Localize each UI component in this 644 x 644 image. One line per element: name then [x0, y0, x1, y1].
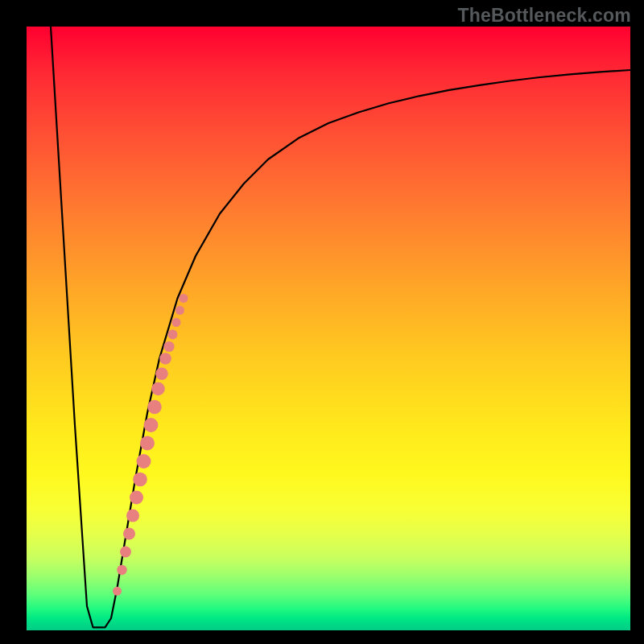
sample-dot [117, 565, 126, 575]
sample-dot [144, 418, 159, 432]
sample-dot [140, 436, 155, 451]
sample-dot [151, 382, 165, 396]
sample-dot [159, 353, 171, 365]
sample-dot [113, 587, 122, 596]
sample-dot [133, 473, 147, 487]
sample-dot [130, 491, 143, 505]
bottleneck-curve [51, 27, 630, 627]
sample-dots [113, 294, 188, 596]
sample-dot [147, 400, 161, 414]
chart-svg-layer [27, 27, 630, 630]
watermark-text: TheBottleneck.com [457, 5, 631, 27]
sample-dot [175, 306, 184, 315]
sample-dot [168, 330, 178, 340]
sample-dot [163, 341, 174, 352]
sample-dot [123, 528, 135, 540]
sample-dot [155, 367, 168, 380]
sample-dot [172, 318, 181, 327]
sample-dot [137, 454, 151, 469]
sample-dot [126, 510, 139, 522]
sample-dot [120, 547, 131, 558]
sample-dot [180, 294, 188, 303]
chart-frame: TheBottleneck.com [0, 0, 644, 644]
